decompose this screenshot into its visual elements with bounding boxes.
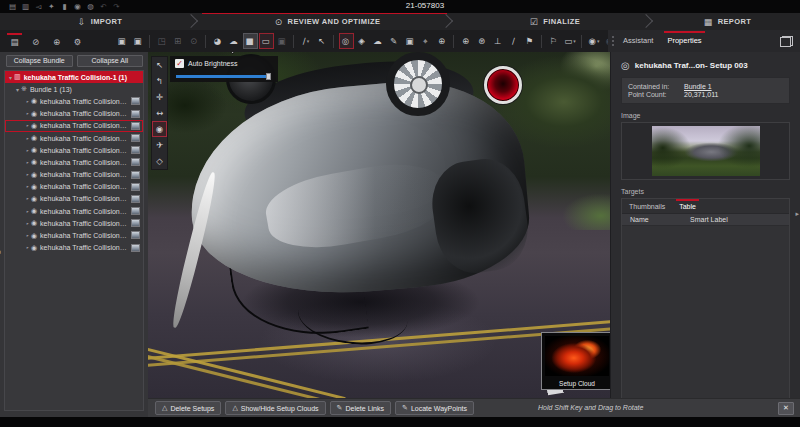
setup-image-thumbnail-icon[interactable]: [131, 122, 140, 130]
setup-image-thumbnail-icon[interactable]: [131, 171, 140, 179]
caret-right-icon[interactable]: ‣: [24, 110, 31, 117]
settings-tab-icon[interactable]: ⚙: [67, 33, 88, 51]
open-project-icon[interactable]: ▤: [6, 0, 19, 13]
label-marker-icon[interactable]: ◈: [355, 33, 370, 49]
panel-collapse-arrow-icon[interactable]: ◂: [0, 248, 1, 256]
pano-image-icon[interactable]: ▣: [115, 33, 130, 49]
caret-right-icon[interactable]: ‣: [24, 208, 31, 215]
geo-globe-icon[interactable]: ⊕: [459, 33, 474, 49]
setup-image-thumbnail-icon[interactable]: [131, 207, 140, 215]
tree-item-setup[interactable]: ‣ ◉ kehukaha Traffic Collision- Setu...: [5, 144, 143, 156]
tree-item-project[interactable]: ▾ ▥ kehukaha Traffic Collision-1 (1): [5, 71, 143, 83]
zoom-region-icon[interactable]: ⊙: [187, 33, 202, 49]
collapse-all-button[interactable]: Collapse All: [77, 55, 144, 67]
auto-brightness-checkbox[interactable]: ✓: [175, 59, 184, 68]
image-view-icon[interactable]: ▣: [275, 33, 290, 49]
caret-down-icon[interactable]: ▾: [7, 74, 14, 81]
close-bar-button[interactable]: ✕: [778, 402, 794, 415]
cloud-marker-icon[interactable]: ☁: [371, 33, 386, 49]
fly-tool-icon[interactable]: ✈: [152, 137, 167, 153]
tab-report[interactable]: ▦ REPORT: [655, 13, 800, 30]
tree-item-setup[interactable]: ‣ ◉ kehukaha Traffic Collision- Setu...: [5, 120, 143, 132]
setup-image-thumbnail-icon[interactable]: [131, 195, 140, 203]
setup-image-thumbnail-icon[interactable]: [131, 183, 140, 191]
panel-expand-arrow-icon[interactable]: ▸: [795, 210, 799, 218]
delete-links-button[interactable]: ✎Delete Links: [330, 401, 391, 415]
tab-properties[interactable]: Properties: [660, 30, 708, 52]
package-icon[interactable]: ▮: [58, 0, 71, 13]
brightness-slider[interactable]: [176, 75, 269, 78]
caret-right-icon[interactable]: ‣: [24, 195, 31, 202]
separator[interactable]: [331, 33, 338, 49]
caret-right-icon[interactable]: ‣: [24, 159, 31, 166]
tree-item-setup[interactable]: ‣ ◉ kehukaha Traffic Collision- Setu...: [5, 169, 143, 181]
setup-cloud-widget[interactable]: Setup Cloud: [541, 332, 610, 390]
separator[interactable]: [539, 33, 546, 49]
person-marker-icon[interactable]: ⊕: [435, 33, 450, 49]
undo-icon[interactable]: ↶: [97, 0, 110, 13]
survey-icon[interactable]: ⚐: [547, 33, 562, 49]
caret-right-icon[interactable]: ‣: [24, 122, 31, 129]
separator[interactable]: [147, 33, 154, 49]
waypoint-icon[interactable]: ⌖: [419, 33, 434, 49]
caret-right-icon[interactable]: ‣: [24, 98, 31, 105]
tree-item-setup[interactable]: ‣ ◉ kehukaha Traffic Collision- Setu...: [5, 181, 143, 193]
tree-item-setup[interactable]: ‣ ◉ kehukaha Traffic Collision- Setu...: [5, 95, 143, 107]
targets-tab-table[interactable]: Table: [672, 199, 703, 214]
cube-tool-icon[interactable]: ◇: [152, 153, 167, 169]
speaker-icon[interactable]: ◅: [32, 0, 45, 13]
tree-item-setup[interactable]: ‣ ◉ kehukaha Traffic Collision- Setu...: [5, 156, 143, 168]
show-hide-setup-clouds-button[interactable]: △Show/Hide Setup Clouds: [225, 401, 325, 415]
caret-down-icon[interactable]: ▾: [14, 86, 21, 93]
annotate-pen-icon[interactable]: ✎: [387, 33, 402, 49]
tab-import[interactable]: ⇩ IMPORT: [0, 13, 200, 30]
caret-right-icon[interactable]: ‣: [24, 183, 31, 190]
layout-windows-icon[interactable]: [780, 36, 793, 47]
setup-image-thumbnail-icon[interactable]: [131, 244, 140, 252]
tree-item-setup[interactable]: ‣ ◉ kehukaha Traffic Collision- Setu...: [5, 217, 143, 229]
setup-cloud-thumbnail[interactable]: [545, 336, 609, 376]
tag-icon[interactable]: ◳: [155, 33, 170, 49]
select-tool-icon[interactable]: ↖: [152, 57, 167, 73]
draw-line-icon[interactable]: ∕: [507, 33, 522, 49]
geo-pin-icon[interactable]: ⊛: [475, 33, 490, 49]
measure-icon[interactable]: ∕▾: [299, 33, 314, 49]
tree-item-setup[interactable]: ‣ ◉ kehukaha Traffic Collision- Setu...: [5, 193, 143, 205]
caret-right-icon[interactable]: ‣: [24, 244, 31, 251]
delete-setups-button[interactable]: △Delete Setups: [155, 401, 221, 415]
tab-assistant[interactable]: Assistant: [616, 30, 660, 52]
attachments-tab-icon[interactable]: ⊘: [25, 33, 46, 51]
tree-item-setup[interactable]: ‣ ◉ kehukaha Traffic Collision- Setu...: [5, 108, 143, 120]
immersive-view-icon[interactable]: ■: [243, 33, 258, 49]
target-marker-icon[interactable]: ◎: [339, 33, 354, 49]
bundle-link[interactable]: Bundle 1: [684, 83, 712, 90]
tree-item-bundle[interactable]: ▾ ※ Bundle 1 (13): [5, 83, 143, 95]
panorama-tool-icon[interactable]: ◉: [152, 121, 167, 137]
brightness-slider-handle[interactable]: [266, 73, 271, 80]
caret-right-icon[interactable]: ‣: [24, 232, 31, 239]
import-folder-icon[interactable]: ▥: [19, 0, 32, 13]
panorama-viewport[interactable]: ↖ ↰ ✛ ↔ ◉ ✈ ◇ ✓ Auto Brightness Setup Cl…: [148, 52, 610, 398]
caret-right-icon[interactable]: ‣: [24, 135, 31, 142]
frames-icon[interactable]: ⊞: [171, 33, 186, 49]
sphere-view-icon[interactable]: ◉▾: [587, 33, 602, 49]
tree-item-setup[interactable]: ‣ ◉ kehukaha Traffic Collision- Setu...: [5, 132, 143, 144]
tab-finalize[interactable]: ☑ FINALIZE: [455, 13, 655, 30]
tree-item-setup[interactable]: ‣ ◉ kehukaha Traffic Collision- Setu...: [5, 205, 143, 217]
setup-image-thumbnail-icon[interactable]: [131, 110, 140, 118]
point-color-icon[interactable]: ◕: [211, 33, 226, 49]
setup-image-thumbnail-icon[interactable]: [131, 219, 140, 227]
separator[interactable]: [579, 33, 586, 49]
caret-right-icon[interactable]: ‣: [24, 220, 31, 227]
separator[interactable]: [203, 33, 210, 49]
pick-cursor-icon[interactable]: ↖: [315, 33, 330, 49]
caret-right-icon[interactable]: ‣: [24, 171, 31, 178]
locate-waypoints-button[interactable]: ✎Locate WayPoints: [395, 401, 474, 415]
collapse-bundle-button[interactable]: Collapse Bundle: [6, 55, 73, 67]
info-icon[interactable]: ◉: [71, 0, 84, 13]
clip-box-icon[interactable]: ▭▾: [563, 33, 578, 49]
setup-image-thumbnail-icon[interactable]: [131, 134, 140, 142]
redo-icon[interactable]: ↷: [110, 0, 123, 13]
caret-right-icon[interactable]: ‣: [24, 147, 31, 154]
panorama-view-icon[interactable]: ▭: [259, 33, 274, 49]
